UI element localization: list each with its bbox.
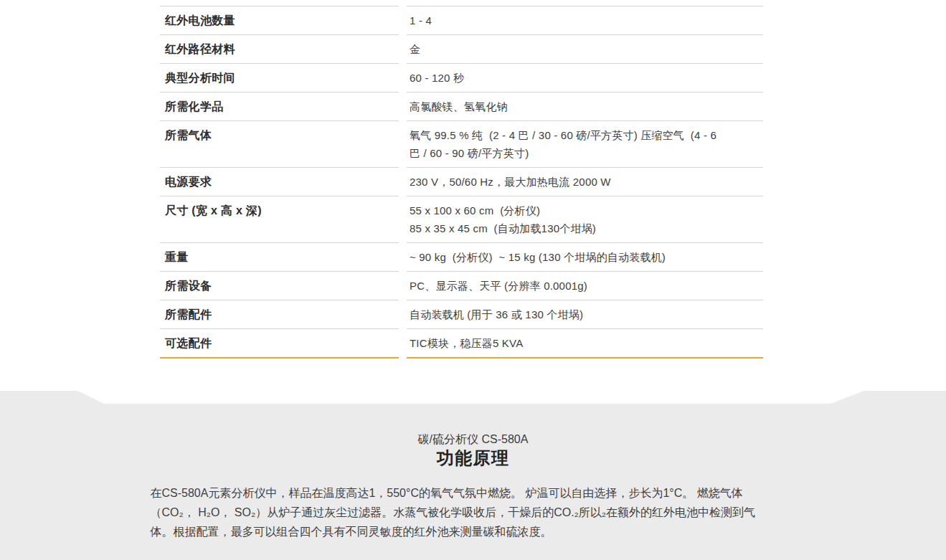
- principle-paragraph: 在CS-580A元素分析仪中，样品在温度高达1，550°C的氧气气氛中燃烧。 炉…: [151, 483, 796, 541]
- spec-row-equipment: 所需设备 PC、显示器、天平 (分辨率 0.0001g): [160, 271, 763, 300]
- spec-label: 典型分析时间: [160, 63, 399, 92]
- section-divider-notch: [0, 391, 946, 404]
- spec-label: 所需配件: [160, 300, 399, 328]
- spec-row-chemicals: 所需化学品 高氯酸镁、氢氧化钠: [160, 92, 763, 120]
- spec-label: 所需化学品: [160, 92, 399, 120]
- spec-row-gases: 所需气体 氧气 99.5 % 纯 (2 - 4 巴 / 30 - 60 磅/平方…: [160, 120, 763, 167]
- spec-row-weight: 重量 ~ 90 kg (分析仪) ~ 15 kg (130 个坩埚的自动装载机): [160, 242, 763, 271]
- spec-value: 230 V，50/60 Hz，最大加热电流 2000 W: [407, 167, 763, 196]
- principle-section: 碳/硫分析仪 CS-580A 功能原理 在CS-580A元素分析仪中，样品在温度…: [0, 391, 946, 560]
- spec-row-power: 电源要求 230 V，50/60 Hz，最大加热电流 2000 W: [160, 167, 763, 196]
- spec-value: 1 - 4: [407, 6, 763, 34]
- spec-section: 红外电池数量 1 - 4 红外路径材料 金 典型分析时间 60 - 120 秒 …: [0, 0, 946, 391]
- spec-label: 所需气体: [160, 120, 399, 167]
- spec-value: 自动装载机 (用于 36 或 130 个坩埚): [407, 300, 763, 328]
- spec-row-ir-path-material: 红外路径材料 金: [160, 34, 763, 63]
- spec-label: 红外电池数量: [160, 6, 399, 34]
- spec-value: TIC模块，稳压器5 KVA: [407, 328, 763, 359]
- spec-row-accessories: 所需配件 自动装载机 (用于 36 或 130 个坩埚): [160, 300, 763, 328]
- spec-value: 氧气 99.5 % 纯 (2 - 4 巴 / 30 - 60 磅/平方英寸) 压…: [407, 120, 763, 167]
- spec-row-dimensions: 尺寸 (宽 x 高 x 深) 55 x 100 x 60 cm (分析仪) 85…: [160, 196, 763, 242]
- spec-label: 电源要求: [160, 167, 399, 196]
- spec-label: 尺寸 (宽 x 高 x 深): [160, 196, 399, 242]
- spec-label: 所需设备: [160, 271, 399, 300]
- spec-row-optional-accessories: 可选配件 TIC模块，稳压器5 KVA: [160, 328, 763, 359]
- spec-value: 高氯酸镁、氢氧化钠: [407, 92, 763, 120]
- spec-label: 重量: [160, 242, 399, 271]
- spec-label: 红外路径材料: [160, 34, 399, 63]
- spec-label: 可选配件: [160, 328, 399, 359]
- paragraph-line: 体。根据配置，最多可以组合四个具有不同灵敏度的红外池来测量碳和硫浓度。: [151, 522, 796, 541]
- spec-value: 金: [407, 34, 763, 63]
- spec-value: PC、显示器、天平 (分辨率 0.0001g): [407, 271, 763, 300]
- spec-value: 60 - 120 秒: [407, 63, 763, 92]
- paragraph-line: 在CS-580A元素分析仪中，样品在温度高达1，550°C的氧气气氛中燃烧。 炉…: [151, 483, 796, 503]
- spec-row-ir-cells: 红外电池数量 1 - 4: [160, 6, 763, 34]
- paragraph-line: （CO₂， H₂O， SO₂）从炉子通过灰尘过滤器。水蒸气被化学吸收后，干燥后的…: [151, 503, 796, 522]
- spec-value: ~ 90 kg (分析仪) ~ 15 kg (130 个坩埚的自动装载机): [407, 242, 763, 271]
- spec-row-analysis-time: 典型分析时间 60 - 120 秒: [160, 63, 763, 92]
- spec-table: 红外电池数量 1 - 4 红外路径材料 金 典型分析时间 60 - 120 秒 …: [160, 0, 763, 359]
- section-heading: 功能原理: [0, 447, 946, 469]
- spec-value: 55 x 100 x 60 cm (分析仪) 85 x 35 x 45 cm (…: [407, 196, 763, 242]
